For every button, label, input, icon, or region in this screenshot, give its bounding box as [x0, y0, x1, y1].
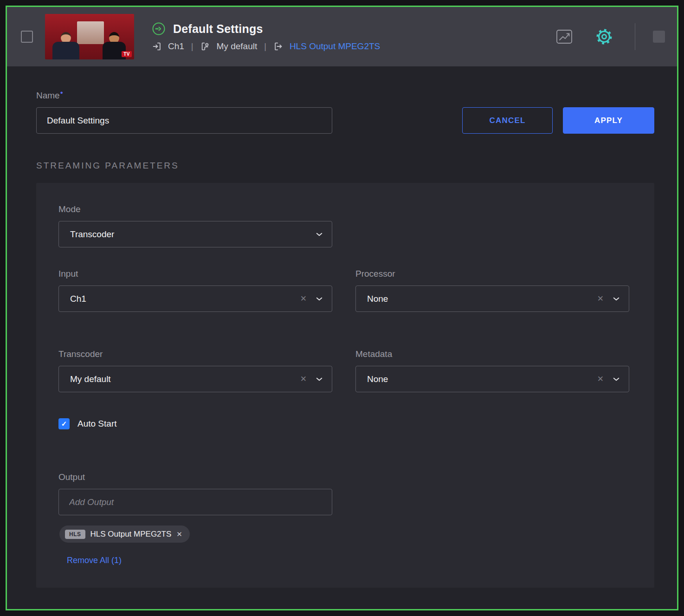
add-output-input[interactable] [58, 489, 332, 515]
clear-icon[interactable]: ✕ [597, 294, 604, 304]
cancel-button[interactable]: CANCEL [462, 107, 553, 134]
video-thumbnail[interactable]: TV [45, 14, 134, 59]
tv-logo: TV [122, 51, 132, 57]
transcoder-select[interactable]: My default ✕ [58, 366, 332, 392]
breadcrumb: Ch1 | My default | [152, 41, 380, 52]
settings-gear-icon[interactable] [595, 27, 613, 46]
breadcrumb-separator: | [264, 42, 266, 52]
clear-icon[interactable]: ✕ [300, 294, 307, 304]
dialog-body: Name• CANCEL APPLY STREAMING PARAMETERS … [7, 66, 677, 609]
header-bar: TV Default Settings [7, 7, 677, 66]
breadcrumb-separator: | [191, 42, 194, 52]
metadata-select[interactable]: None ✕ [355, 366, 629, 392]
page-title: Default Settings [173, 22, 263, 36]
header-main: Default Settings Ch1 | [152, 22, 380, 52]
input-select[interactable]: Ch1 ✕ [58, 285, 332, 312]
apply-button[interactable]: APPLY [563, 107, 654, 134]
chevron-down-icon [612, 295, 620, 303]
stream-status-icon [152, 22, 166, 36]
thumbnail-anchor-left [52, 32, 79, 59]
output-tag-label: HLS Output MPEG2TS [90, 530, 172, 539]
name-label: Name• [36, 91, 332, 101]
header-actions [556, 23, 665, 50]
panel-toggle-button[interactable] [653, 31, 665, 43]
tag-close-icon[interactable]: ✕ [176, 530, 182, 538]
output-field: Output [58, 472, 629, 515]
mode-label: Mode [58, 204, 332, 214]
clear-icon[interactable]: ✕ [597, 374, 604, 384]
processor-field: Processor None ✕ [355, 269, 629, 312]
input-icon [152, 41, 162, 52]
input-label: Input [58, 269, 332, 279]
processor-label: Processor [355, 269, 629, 279]
clear-icon[interactable]: ✕ [300, 374, 307, 384]
processor-select[interactable]: None ✕ [355, 285, 629, 312]
chevron-down-icon [315, 295, 323, 303]
metadata-field: Metadata None ✕ [355, 349, 629, 392]
chevron-down-icon [315, 375, 323, 383]
settings-dialog: TV Default Settings [6, 6, 678, 610]
action-buttons: CANCEL APPLY [462, 107, 654, 134]
transcoder-label: Transcoder [58, 349, 332, 359]
output-link[interactable]: HLS Output MPEG2TS [290, 41, 380, 52]
select-checkbox[interactable] [21, 31, 33, 43]
chevron-down-icon [315, 230, 323, 239]
transcoder-field: Transcoder My default ✕ [58, 349, 332, 392]
mode-select[interactable]: Transcoder [58, 221, 332, 247]
stats-chart-icon[interactable] [556, 29, 573, 45]
breadcrumb-input: Ch1 [168, 41, 184, 52]
header-divider [635, 23, 635, 50]
hls-badge: HLS [65, 530, 85, 539]
chevron-down-icon [612, 375, 620, 383]
auto-start-checkbox[interactable]: ✓ [58, 418, 70, 429]
name-row: Name• CANCEL APPLY [36, 91, 654, 134]
thumbnail-screen [77, 21, 104, 44]
required-mark: • [60, 88, 63, 97]
mode-field: Mode Transcoder [58, 204, 332, 247]
name-input[interactable] [36, 107, 332, 134]
input-field: Input Ch1 ✕ [58, 269, 332, 312]
metadata-label: Metadata [355, 349, 629, 359]
section-title: STREAMING PARAMETERS [36, 161, 654, 171]
breadcrumb-transcoder: My default [217, 41, 258, 52]
transcoder-icon [200, 41, 211, 52]
output-tag[interactable]: HLS HLS Output MPEG2TS ✕ [59, 525, 190, 543]
streaming-parameters-panel: Mode Transcoder Input Ch1 ✕ [36, 183, 654, 588]
output-label: Output [58, 472, 629, 482]
output-icon [273, 41, 284, 52]
remove-all-link[interactable]: Remove All (1) [67, 556, 122, 565]
auto-start-row: ✓ Auto Start [58, 418, 629, 429]
auto-start-label: Auto Start [77, 419, 117, 429]
